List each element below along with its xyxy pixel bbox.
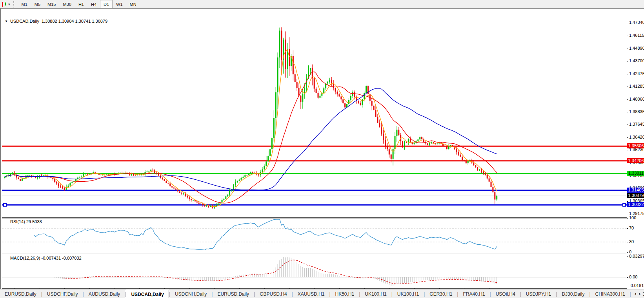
- price-axis-tick: [627, 137, 628, 138]
- top-toolbar: ▾ M1M5M15M30H1H4D1W1MN: [0, 0, 644, 9]
- price-axis-tick: [627, 112, 628, 112]
- chevron-down-icon[interactable]: ▾: [8, 2, 10, 6]
- chart-tab-china300-h1[interactable]: CHINA300,H1: [591, 290, 630, 298]
- chart-window: ▼ USDCAD,Daily 1.30882 1.30904 1.30741 1…: [0, 8, 644, 289]
- price-chart-canvas[interactable]: [2, 17, 627, 289]
- macd-axis-tick: [627, 256, 628, 257]
- chart-tab-usdjpy-h1[interactable]: USDJPY,H1: [521, 290, 556, 298]
- chart-title: USDCAD,Daily: [10, 19, 39, 23]
- trading-app-window: { "toolbar": { "timeframes": ["M1","M5",…: [0, 0, 644, 298]
- price-axis-label: 1.38835: [629, 109, 644, 114]
- timeframe-button-M5[interactable]: M5: [31, 0, 44, 8]
- price-axis-tick: [627, 214, 628, 214]
- price-axis-tick: [627, 61, 628, 61]
- chart-ohlc-values: 1.30882 1.30904 1.30741 1.30879: [42, 19, 107, 23]
- chart-title-bar: ▼ USDCAD,Daily 1.30882 1.30904 1.30741 1…: [5, 19, 107, 23]
- price-axis-label: 1.42475: [629, 71, 644, 76]
- price-axis-tick: [627, 36, 628, 36]
- toolbar-grip: [13, 1, 16, 7]
- timeframe-button-W1[interactable]: W1: [113, 0, 126, 8]
- timeframe-button-MN[interactable]: MN: [126, 0, 140, 8]
- rsi-axis-tick: [627, 218, 628, 219]
- timeframe-button-M30[interactable]: M30: [60, 0, 75, 8]
- price-axis-tick: [627, 176, 628, 176]
- timeframe-button-D1[interactable]: D1: [100, 0, 113, 8]
- rsi-axis-label: 70: [629, 226, 634, 230]
- chart-tab-gbpusd-h4[interactable]: GBPUSD,H4: [255, 290, 291, 298]
- level-price-badge: 1.34206: [627, 158, 644, 163]
- price-axis-tick: [627, 125, 628, 125]
- price-axis-tick: [627, 150, 628, 150]
- price-axis-tick: [627, 23, 628, 23]
- level-price-badge: 1.30022: [627, 202, 644, 207]
- chart-tab-eurusd-daily[interactable]: EURUSD,Daily: [0, 290, 41, 298]
- rsi-axis-label: 100: [629, 215, 636, 220]
- current-price-badge: 1.30879: [627, 193, 644, 198]
- chart-tab-usoil-h4[interactable]: USOil,H4: [491, 290, 520, 298]
- price-axis-label: 1.47340: [629, 20, 644, 25]
- rsi-indicator-label: RSI(14) 29.5038: [10, 219, 42, 224]
- price-axis-label: 1.37645: [629, 122, 644, 126]
- price-axis-tick: [627, 201, 628, 202]
- rsi-axis-tick: [627, 228, 628, 229]
- chart-style-icon[interactable]: [1, 2, 7, 7]
- timeframe-button-group: M1M5M15M30H1H4D1W1MN: [18, 0, 140, 8]
- price-axis-label: 1.46115: [629, 33, 644, 38]
- macd-axis-label: 0.032972: [629, 254, 644, 258]
- level-price-badge: 1.31405: [627, 188, 644, 193]
- tab-scroll-left-icon[interactable]: ◂: [634, 292, 636, 296]
- chart-tab-usdcnh-daily[interactable]: USDCNH,Daily: [170, 290, 211, 298]
- rsi-axis-label: 30: [629, 239, 634, 244]
- price-axis-label: 1.36420: [629, 135, 644, 139]
- rsi-axis-tick: [627, 252, 628, 253]
- chart-tab-usdcad-daily[interactable]: USDCAD,Daily: [126, 290, 169, 298]
- macd-axis-tick: [627, 286, 628, 286]
- timeframe-button-M15[interactable]: M15: [44, 0, 59, 8]
- price-axis-label: 1.44890: [629, 46, 644, 51]
- chart-tab-usdchf-daily[interactable]: USDCHF,Daily: [42, 290, 83, 298]
- chart-tab-eurusd-daily[interactable]: EURUSD,Daily: [213, 290, 254, 298]
- tab-scroll-right-icon[interactable]: ▸: [639, 292, 641, 296]
- timeframe-button-H4[interactable]: H4: [87, 0, 100, 8]
- price-axis-label: 1.41285: [629, 84, 644, 88]
- macd-axis-tick: [627, 277, 628, 278]
- price-axis-label: 1.40060: [629, 97, 644, 101]
- chart-tab-uk100-h1[interactable]: UK100,H1: [393, 290, 424, 298]
- chart-tab-ger30-h1[interactable]: GER30,H1: [425, 290, 457, 298]
- price-axis-tick: [627, 49, 628, 49]
- chart-tab-hk50-h1[interactable]: HK50,H1: [331, 290, 359, 298]
- level-price-badge: 1.35606: [627, 143, 644, 148]
- chart-tab-dj30-daily[interactable]: DJ30,Daily: [557, 290, 589, 298]
- macd-axis-label: 0.00: [629, 275, 637, 279]
- chart-tab-audusd-daily[interactable]: AUDUSD,Daily: [84, 290, 125, 298]
- level-price-badge: 1.33011: [627, 171, 644, 176]
- chart-tab-uk100-h1[interactable]: UK100,H1: [360, 290, 391, 298]
- timeframe-button-M1[interactable]: M1: [18, 0, 31, 8]
- price-axis-tick: [627, 99, 628, 100]
- chart-tab-fra40-h1[interactable]: FRA40,H1: [458, 290, 489, 298]
- price-axis-tick: [627, 74, 628, 74]
- tab-scroll-buttons: ◂ ▸: [632, 289, 643, 298]
- collapse-triangle-icon[interactable]: ▼: [5, 20, 8, 23]
- chart-tab-bar: EURUSD,Daily|USDCHF,Daily|AUDUSD,Daily|U…: [0, 289, 644, 298]
- macd-axis-label: -0.018154: [629, 283, 644, 288]
- timeframe-button-H1[interactable]: H1: [75, 0, 87, 8]
- rsi-axis-tick: [627, 242, 628, 242]
- chart-tab-xauusd-h1[interactable]: XAUUSD,H1: [293, 290, 329, 298]
- price-axis-label: 1.43700: [629, 58, 644, 63]
- price-axis-tick: [627, 87, 628, 87]
- macd-indicator-label: MACD(12,26,9) -0.007431 -0.007032: [10, 256, 82, 260]
